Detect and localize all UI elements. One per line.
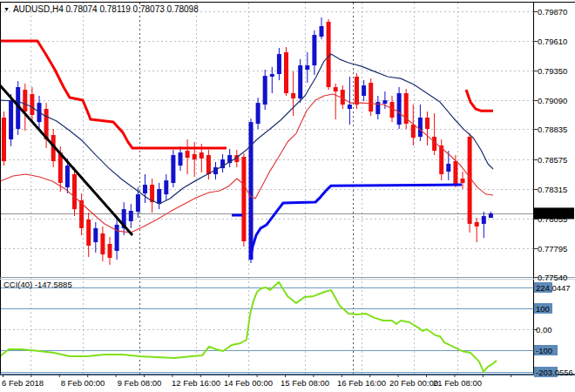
- chart-window: 0.798700.796100.793500.790900.788350.785…: [0, 0, 575, 392]
- chart-title-overlay: ▼AUDUSD,H4 0.78074 0.78119 0.78073 0.780…: [3, 4, 199, 14]
- indicator-surface[interactable]: [0, 280, 533, 374]
- chart-canvas[interactable]: 0.798700.796100.793500.790900.788350.785…: [0, 0, 575, 392]
- surfaces: [0, 3, 575, 391]
- symbol-dropdown-icon[interactable]: ▼: [3, 6, 10, 12]
- indicator-name-label: CCI(40) -147.5885: [3, 280, 72, 289]
- ohlc-title: AUDUSD,H4 0.78074 0.78119 0.78073 0.7809…: [13, 4, 199, 14]
- time-axis-surface[interactable]: [0, 374, 575, 391]
- main-chart-surface[interactable]: [0, 3, 533, 277]
- price-axis-surface[interactable]: [533, 3, 575, 374]
